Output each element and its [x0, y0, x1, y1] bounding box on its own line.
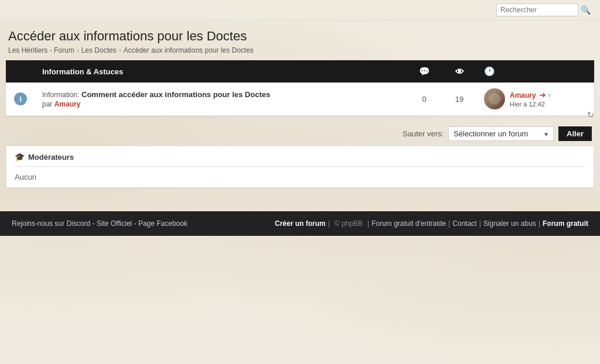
- moderators-title: Modérateurs: [28, 153, 74, 162]
- refresh-icon[interactable]: ↻: [587, 110, 594, 119]
- jump-select[interactable]: Sélectionner un forum: [448, 126, 554, 141]
- footer: Rejoins-nous sur Discord - Site Officiel…: [0, 211, 600, 236]
- topic-type-icon-col: ℹ: [6, 83, 35, 116]
- last-post-info: Amaury ➜ ▫ Hier à 12:42: [510, 90, 551, 108]
- breadcrumb-link-3[interactable]: Accéder aux informations pour les Doctes: [124, 46, 254, 54]
- topic-info-label: Information:: [42, 91, 79, 99]
- table-header-row: Information & Astuces 💬 👁 🕐: [6, 60, 594, 83]
- breadcrumb-link-1[interactable]: Les Héritiers - Forum: [8, 46, 74, 54]
- header-section-label: Information & Astuces: [35, 60, 407, 83]
- replies-col: 0: [407, 83, 442, 116]
- jump-label: Sauter vers:: [403, 129, 444, 138]
- header-type-col: [6, 60, 35, 83]
- footer-facebook-link[interactable]: Page Facebook: [138, 219, 188, 228]
- footer-forum-gratuit-link[interactable]: Forum gratuit: [543, 219, 588, 228]
- footer-creer-forum-link[interactable]: Créer un forum: [275, 219, 326, 228]
- footer-contact-link[interactable]: Contact: [452, 219, 476, 228]
- views-icon: 👁: [455, 67, 464, 77]
- header-replies-icon: 💬: [407, 60, 442, 83]
- forum-table: Information & Astuces 💬 👁 🕐 ℹ Informa: [6, 60, 594, 116]
- last-post-col: Amaury ➜ ▫ Hier à 12:42: [477, 83, 594, 116]
- time-icon: 🕐: [484, 66, 495, 76]
- footer-abus-link[interactable]: Signaler un abus: [483, 219, 536, 228]
- footer-right: Créer un forum | © phpBB | Forum gratuit…: [275, 219, 588, 228]
- replies-icon: 💬: [419, 66, 430, 76]
- jump-row: ↻ Sauter vers: Sélectionner un forum All…: [6, 122, 594, 146]
- breadcrumb: Les Héritiers - Forum › Les Doctes › Acc…: [0, 46, 600, 60]
- topic-info-col: Information: Comment accéder aux informa…: [35, 83, 407, 116]
- footer-site-link[interactable]: Site Officiel: [97, 219, 132, 228]
- search-input[interactable]: [496, 4, 578, 16]
- last-post-msg-icon: ▫: [548, 91, 551, 99]
- topic-author-link[interactable]: Amaury: [54, 100, 81, 108]
- search-bar: 🔍: [0, 0, 600, 20]
- main-content: Information & Astuces 💬 👁 🕐 ℹ Informa: [0, 60, 600, 188]
- moderators-header: 🎓 Modérateurs: [15, 152, 585, 167]
- footer-phpbb-text: © phpBB: [335, 219, 363, 228]
- page-title: Accéder aux informations pour les Doctes: [0, 20, 600, 46]
- views-col: 19: [442, 83, 477, 116]
- footer-left: Rejoins-nous sur Discord - Site Officiel…: [12, 219, 188, 228]
- avatar: [484, 88, 505, 109]
- moderators-icon: 🎓: [15, 152, 25, 162]
- last-post-time: Hier à 12:42: [510, 101, 551, 108]
- moderators-section: 🎓 Modérateurs Aucun: [6, 146, 594, 188]
- last-post-user-link[interactable]: Amaury: [510, 91, 536, 99]
- header-time-icon: 🕐: [477, 60, 594, 83]
- last-post-arrow: ➜: [539, 90, 546, 99]
- table-row: ℹ Information: Comment accéder aux infor…: [6, 83, 594, 116]
- aller-button[interactable]: Aller: [558, 126, 592, 141]
- info-topic-icon: ℹ: [14, 92, 27, 105]
- header-views-icon: 👁: [442, 60, 477, 83]
- jump-select-wrapper: Sélectionner un forum: [448, 126, 554, 141]
- topic-author: par Amaury: [42, 100, 400, 108]
- moderators-content: Aucun: [15, 171, 585, 181]
- topic-title-link[interactable]: Comment accéder aux informations pour le…: [81, 90, 270, 99]
- footer-entraide-link[interactable]: Forum gratuit d'entraide: [371, 219, 446, 228]
- footer-discord-link[interactable]: Rejoins-nous sur Discord: [12, 219, 90, 228]
- breadcrumb-link-2[interactable]: Les Doctes: [81, 46, 117, 54]
- search-button[interactable]: 🔍: [578, 4, 593, 16]
